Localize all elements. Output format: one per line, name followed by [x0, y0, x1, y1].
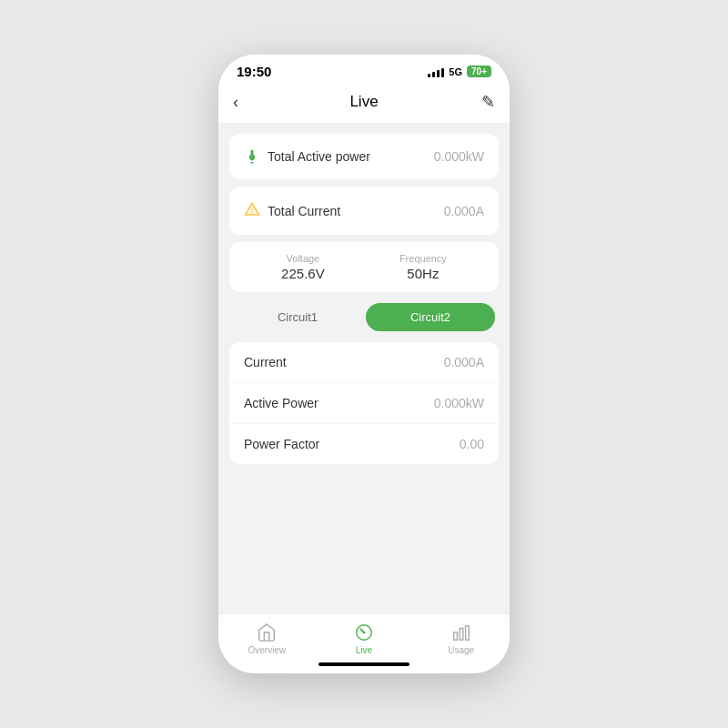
- edit-button[interactable]: ✎: [473, 92, 495, 112]
- home-indicator: [218, 659, 510, 673]
- warning-triangle-icon: !: [244, 201, 260, 220]
- active-power-label: Active Power: [244, 396, 318, 410]
- live-label: Live: [356, 645, 372, 655]
- active-power-row: Active Power 0.000kW: [229, 383, 499, 424]
- circuit1-tab[interactable]: Circuit1: [233, 303, 362, 331]
- total-current-text: Total Current: [268, 204, 340, 218]
- metrics-card: Current 0.000A Active Power 0.000kW Powe…: [229, 342, 499, 464]
- power-factor-value: 0.00: [460, 437, 484, 451]
- svg-text:!: !: [251, 207, 253, 214]
- home-icon: [256, 622, 278, 643]
- svg-rect-3: [453, 632, 457, 640]
- total-active-power-label: Total Active power: [244, 148, 370, 165]
- active-power-value: 0.000kW: [434, 396, 484, 410]
- total-active-power-value: 0.000kW: [434, 149, 484, 164]
- bar-chart-icon: [450, 622, 472, 643]
- signal-icon: [428, 66, 444, 77]
- current-value: 0.000A: [444, 355, 484, 369]
- page-title: Live: [349, 93, 378, 111]
- total-current-label: ! Total Current: [244, 201, 340, 220]
- status-icons: 5G 70+: [428, 66, 491, 77]
- total-active-power-card: Total Active power 0.000kW: [229, 134, 499, 179]
- svg-rect-5: [465, 626, 469, 641]
- frequency-item: Frequency 50Hz: [399, 253, 447, 281]
- phone-frame: 19:50 5G 70+ ‹ Live ✎ Total Active power: [218, 55, 510, 673]
- plug-icon: [244, 148, 260, 165]
- battery-indicator: 70+: [467, 66, 491, 77]
- status-time: 19:50: [237, 64, 271, 79]
- header: ‹ Live ✎: [218, 85, 510, 123]
- frequency-value: 50Hz: [407, 266, 439, 281]
- circuit2-tab[interactable]: Circuit2: [366, 303, 495, 331]
- status-bar: 19:50 5G 70+: [218, 55, 510, 85]
- circuit-tabs: Circuit1 Circuit2: [229, 299, 499, 335]
- bottom-nav: Overview Live Usage: [218, 613, 510, 659]
- svg-rect-4: [460, 628, 463, 640]
- power-factor-label: Power Factor: [244, 437, 319, 451]
- voltage-value: 225.6V: [281, 266, 325, 281]
- voltage-item: Voltage 225.6V: [281, 253, 325, 281]
- total-current-value: 0.000A: [444, 204, 484, 218]
- gauge-icon: [353, 622, 375, 643]
- back-button[interactable]: ‹: [233, 93, 255, 112]
- content-area: Total Active power 0.000kW ! Total Curre…: [218, 123, 510, 613]
- nav-usage[interactable]: Usage: [412, 622, 510, 655]
- power-factor-row: Power Factor 0.00: [229, 424, 499, 464]
- network-label: 5G: [449, 66, 462, 77]
- usage-label: Usage: [448, 645, 474, 655]
- frequency-label: Frequency: [399, 253, 447, 264]
- svg-point-2: [363, 632, 366, 634]
- total-active-power-text: Total Active power: [268, 149, 370, 164]
- nav-live[interactable]: Live: [316, 622, 413, 655]
- voltage-label: Voltage: [287, 253, 320, 264]
- total-current-card: ! Total Current 0.000A: [229, 187, 499, 235]
- current-row: Current 0.000A: [229, 342, 499, 383]
- voltage-frequency-card: Voltage 225.6V Frequency 50Hz: [229, 242, 499, 292]
- overview-label: Overview: [248, 645, 286, 655]
- home-bar: [318, 662, 410, 666]
- nav-overview[interactable]: Overview: [218, 622, 316, 655]
- current-label: Current: [244, 355, 287, 369]
